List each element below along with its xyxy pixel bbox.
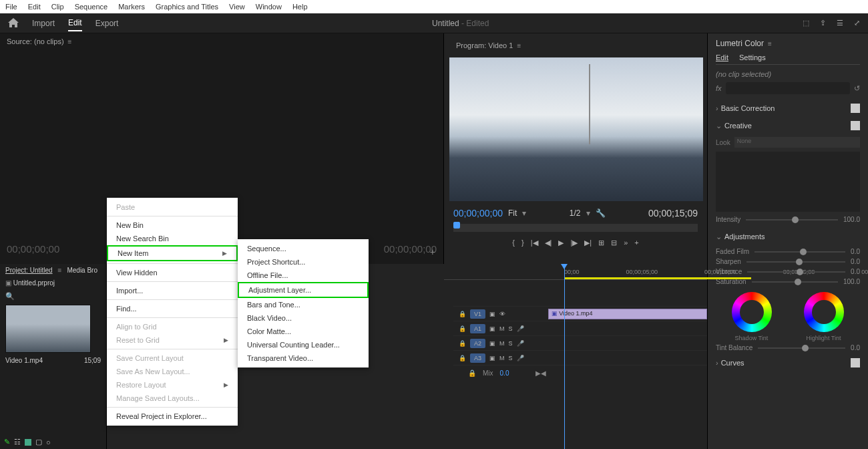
program-tc-current[interactable]: 00;00;00;00 [453, 208, 503, 218]
menu-markers[interactable]: Markers [118, 3, 145, 11]
ctx-black-video[interactable]: Black Video... [238, 311, 369, 325]
ctx-sequence[interactable]: Sequence... [238, 242, 369, 255]
chevron-right-icon[interactable]: › [716, 359, 718, 367]
panel-menu-icon[interactable]: ≡ [517, 42, 521, 49]
enable-checkbox[interactable] [851, 121, 860, 130]
mic-icon[interactable]: 🎤 [517, 355, 524, 361]
enable-checkbox[interactable] [851, 104, 860, 113]
extract-icon[interactable]: ⊟ [611, 239, 617, 247]
mute-button[interactable]: M [499, 355, 505, 361]
faded-slider[interactable] [754, 251, 845, 253]
program-video[interactable] [449, 57, 703, 201]
menu-edit[interactable]: Edit [28, 3, 41, 11]
menu-sequence[interactable]: Sequence [75, 3, 108, 11]
program-scrubber[interactable] [453, 224, 698, 232]
lock-icon[interactable]: 🔒 [459, 355, 466, 361]
mute-button[interactable]: M [499, 340, 505, 347]
ctx-new-bin[interactable]: New Bin [107, 218, 238, 232]
lumetri-tab-edit[interactable]: Edit [716, 53, 728, 61]
btn-add-icon[interactable]: + [634, 239, 638, 247]
solo-button[interactable]: S [509, 325, 513, 332]
menu-view[interactable]: View [229, 3, 245, 11]
toggle-output-icon[interactable]: ▣ [489, 325, 495, 332]
track-a2[interactable]: A2 [470, 339, 485, 348]
fit-dropdown[interactable]: Fit [508, 208, 517, 218]
chevron-down-icon[interactable]: ⌄ [716, 122, 722, 130]
mark-out-icon[interactable]: } [521, 239, 524, 247]
sharpen-slider[interactable] [746, 261, 845, 263]
tintbalance-slider[interactable] [758, 347, 845, 349]
freeform-icon[interactable]: ▢ [35, 438, 42, 446]
go-in-icon[interactable]: |◀ [531, 239, 538, 247]
icon-view-icon[interactable] [25, 439, 31, 446]
go-out-icon[interactable]: ▶| [584, 239, 592, 247]
chevron-down-icon[interactable]: ⌄ [716, 233, 722, 241]
track-a1[interactable]: A1 [470, 324, 485, 333]
track-v1[interactable]: V1 [470, 309, 485, 319]
ctx-find[interactable]: Find... [107, 302, 238, 315]
fullscreen-icon[interactable]: ⤢ [854, 19, 860, 27]
search-icon[interactable]: 🔍 [5, 292, 15, 301]
share-icon[interactable]: ⇪ [820, 19, 826, 27]
playhead[interactable] [564, 264, 565, 449]
toggle-output-icon[interactable]: ▣ [489, 355, 495, 361]
saturation-slider[interactable] [752, 281, 838, 283]
export-frame-icon[interactable]: » [624, 239, 628, 247]
look-dropdown[interactable]: None [734, 137, 860, 148]
quick-export-icon[interactable]: ⬚ [803, 19, 809, 27]
lock-icon[interactable]: 🔒 [468, 369, 476, 377]
program-title[interactable]: Program: Video 1 [456, 41, 513, 49]
keyframe-icon[interactable]: ▶◀ [535, 369, 546, 377]
ctx-reveal-explorer[interactable]: Reveal Project in Explorer... [107, 410, 238, 423]
add-button-icon[interactable]: + [430, 247, 435, 257]
play-icon[interactable]: ▶ [558, 239, 564, 247]
list-view-icon[interactable]: ☷ [14, 438, 21, 446]
ctx-adjustment-layer[interactable]: Adjustment Layer... [238, 282, 369, 298]
tab-export[interactable]: Export [95, 16, 119, 31]
ctx-transparent-video[interactable]: Transparent Video... [238, 351, 369, 365]
ctx-new-search-bin[interactable]: New Search Bin [107, 232, 238, 245]
enable-checkbox[interactable] [851, 358, 860, 367]
ctx-bars-tone[interactable]: Bars and Tone... [238, 298, 369, 311]
mic-icon[interactable]: 🎤 [517, 340, 524, 347]
solo-button[interactable]: S [509, 340, 513, 347]
mark-in-icon[interactable]: { [512, 239, 515, 247]
edit-icon[interactable]: ✎ [4, 438, 10, 446]
highlight-tint-wheel[interactable] [804, 292, 844, 332]
menu-window[interactable]: Window [256, 3, 282, 11]
timeline-ruler[interactable]: 00;00 00;00;05;00 00;00;10;00 00;00;15;0… [444, 264, 707, 280]
work-area[interactable] [564, 277, 751, 279]
ctx-counting-leader[interactable]: Universal Counting Leader... [238, 338, 369, 351]
shadow-tint-wheel[interactable] [732, 292, 772, 332]
tab-edit[interactable]: Edit [68, 15, 82, 31]
ctx-import[interactable]: Import... [107, 284, 238, 297]
lock-icon[interactable]: 🔒 [459, 325, 466, 332]
workspace-menu-icon[interactable]: ☰ [837, 19, 843, 27]
step-fwd-icon[interactable]: |▶ [570, 239, 578, 247]
effect-name-field[interactable] [726, 82, 850, 94]
mute-button[interactable]: M [499, 325, 505, 332]
lift-icon[interactable]: ⊞ [598, 239, 604, 247]
source-title[interactable]: Source: (no clips) [7, 37, 64, 45]
solo-button[interactable]: S [509, 355, 513, 361]
ctx-new-item[interactable]: New Item▶ [107, 245, 238, 261]
vibrance-slider[interactable] [747, 271, 845, 273]
mic-icon[interactable]: 🎤 [517, 325, 524, 332]
chevron-right-icon[interactable]: › [716, 104, 718, 112]
panel-menu-icon[interactable]: ≡ [68, 38, 72, 45]
menu-graphics[interactable]: Graphics and Titles [156, 3, 218, 11]
eye-icon[interactable]: 👁 [499, 311, 505, 317]
menu-file[interactable]: File [5, 3, 17, 11]
reset-icon[interactable]: ↺ [854, 84, 860, 93]
tab-import[interactable]: Import [32, 16, 55, 31]
lumetri-tab-settings[interactable]: Settings [739, 53, 766, 61]
tab-project[interactable]: Project: Untitled [5, 267, 53, 274]
intensity-slider[interactable] [746, 219, 838, 220]
zoom-slider[interactable]: ○ [46, 438, 51, 446]
menu-help[interactable]: Help [292, 3, 308, 11]
clip-thumbnail[interactable] [5, 305, 91, 353]
settings-icon[interactable]: 🔧 [596, 208, 606, 218]
menu-clip[interactable]: Clip [51, 3, 64, 11]
mix-value[interactable]: 0.0 [500, 369, 509, 377]
section-basic[interactable]: Basic Correction [721, 104, 775, 112]
